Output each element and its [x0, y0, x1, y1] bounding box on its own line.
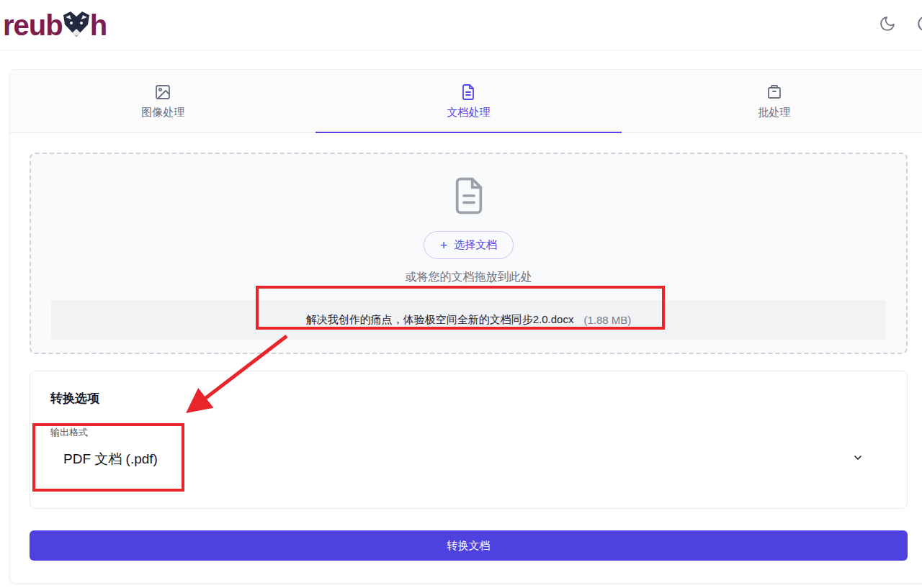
- options-title: 转换选项: [50, 390, 887, 407]
- moon-icon: [879, 15, 896, 35]
- tab-document-processing[interactable]: 文档处理: [315, 70, 621, 132]
- select-document-button[interactable]: + 选择文档: [424, 231, 514, 259]
- output-format-value: PDF 文档 (.pdf): [63, 450, 158, 469]
- tab-label: 图像处理: [141, 106, 184, 119]
- tab-label: 文档处理: [447, 106, 490, 119]
- convert-document-button[interactable]: 转换文档: [30, 530, 908, 561]
- output-format-label: 输出格式: [50, 426, 887, 439]
- image-icon: [154, 83, 171, 101]
- file-size: (1.88 MB): [583, 314, 631, 326]
- output-format-select[interactable]: PDF 文档 (.pdf): [50, 445, 887, 473]
- tab-image-processing[interactable]: 图像处理: [10, 70, 315, 132]
- file-text-icon: [460, 83, 477, 101]
- selected-file-row[interactable]: 解决我创作的痛点，体验极空间全新的文档同步2.0.docx (1.88 MB): [51, 300, 886, 340]
- plus-icon: +: [440, 239, 448, 252]
- card-body: + 选择文档 或将您的文档拖放到此处 解决我创作的痛点，体验极空间全新的文档同步…: [10, 133, 922, 583]
- app-logo: reub h: [3, 8, 107, 42]
- globe-icon-button[interactable]: [916, 14, 922, 35]
- dark-mode-toggle[interactable]: [879, 15, 896, 35]
- document-dropzone[interactable]: + 选择文档 或将您的文档拖放到此处 解决我创作的痛点，体验极空间全新的文档同步…: [30, 153, 908, 354]
- main-card: 图像处理 文档处理 批处理: [9, 69, 922, 584]
- logo-text-prefix: reub: [3, 11, 63, 40]
- chevron-down-icon: [852, 452, 864, 466]
- archive-icon: [766, 83, 783, 101]
- app-header: reub h: [0, 0, 922, 50]
- globe-icon: [916, 14, 922, 35]
- select-document-label: 选择文档: [454, 238, 497, 252]
- tab-bar: 图像处理 文档处理 批处理: [10, 70, 922, 133]
- logo-text-suffix: h: [90, 11, 107, 40]
- dropzone-hint: 或将您的文档拖放到此处: [406, 270, 532, 285]
- header-actions: [879, 14, 922, 35]
- conversion-options-card: 转换选项 输出格式 PDF 文档 (.pdf): [30, 371, 908, 509]
- fox-icon: [61, 11, 91, 42]
- tab-label: 批处理: [758, 106, 790, 119]
- active-tab-underline: [315, 132, 621, 133]
- tab-batch-processing[interactable]: 批处理: [622, 70, 922, 132]
- document-icon: [449, 176, 489, 219]
- file-name: 解决我创作的痛点，体验极空间全新的文档同步2.0.docx: [306, 313, 574, 327]
